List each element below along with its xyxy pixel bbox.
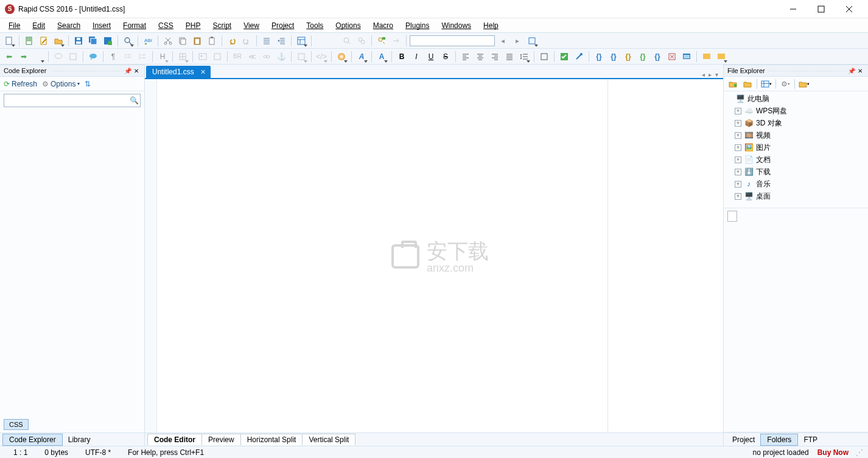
- tag-button[interactable]: </>: [315, 50, 328, 63]
- menu-windows[interactable]: Windows: [436, 20, 476, 31]
- tree-node[interactable]: +🖥️桌面: [726, 190, 866, 202]
- bottom-tab-project[interactable]: Project: [726, 434, 761, 445]
- menu-format[interactable]: Format: [118, 20, 151, 31]
- tree-node[interactable]: +📦3D 对象: [726, 117, 866, 129]
- new-doc-button[interactable]: [23, 34, 36, 48]
- entity-button[interactable]: ≪: [245, 50, 259, 63]
- bottom-tab-folders[interactable]: Folders: [760, 434, 798, 446]
- list-ul-button[interactable]: [121, 50, 135, 63]
- align-left-button[interactable]: [459, 50, 472, 63]
- text-style-button[interactable]: A: [375, 50, 388, 63]
- search-options-button[interactable]: [525, 34, 539, 48]
- edit-doc-button[interactable]: [37, 34, 51, 48]
- save-as-button[interactable]: [101, 34, 114, 48]
- menu-search[interactable]: Search: [52, 20, 85, 31]
- line-height-button[interactable]: [517, 50, 531, 63]
- save-button[interactable]: [72, 34, 85, 48]
- paragraph-button[interactable]: ¶: [107, 50, 120, 63]
- tree-node[interactable]: +🎞️视频: [726, 129, 866, 141]
- bold-button[interactable]: B: [395, 50, 408, 63]
- search-input[interactable]: [4, 96, 128, 105]
- expand-icon[interactable]: +: [735, 157, 741, 163]
- menu-project[interactable]: Project: [267, 20, 299, 31]
- zoom-button[interactable]: [121, 34, 135, 48]
- find-button[interactable]: [340, 34, 354, 48]
- flag-2-button[interactable]: [715, 50, 728, 63]
- copy-button[interactable]: [176, 34, 189, 48]
- align-center-button[interactable]: [474, 50, 487, 63]
- bottom-tab-code-editor[interactable]: Code Editor: [147, 434, 202, 445]
- menu-php[interactable]: PHP: [181, 20, 206, 31]
- menu-plugins[interactable]: Plugins: [401, 20, 434, 31]
- tab-close-icon[interactable]: ✕: [200, 68, 206, 76]
- tree-node[interactable]: +🖼️图片: [726, 141, 866, 153]
- menu-script[interactable]: Script: [208, 20, 236, 31]
- expand-icon[interactable]: +: [735, 169, 741, 175]
- undo-button[interactable]: [225, 34, 239, 48]
- fullscreen-button[interactable]: [66, 50, 80, 63]
- expand-icon[interactable]: +: [735, 132, 741, 139]
- bottom-tab-vsplit[interactable]: Vertical Split: [302, 434, 355, 445]
- expand-icon[interactable]: +: [735, 120, 741, 127]
- paste-button[interactable]: [191, 34, 204, 48]
- minimize-button[interactable]: [779, 0, 807, 18]
- tree-node[interactable]: +☁️WPS网盘: [726, 105, 866, 117]
- tab-menu-icon[interactable]: ▾: [715, 71, 718, 78]
- anchor-button[interactable]: ⚓: [275, 50, 288, 63]
- menu-macro[interactable]: Macro: [368, 20, 398, 31]
- brace-1-button[interactable]: {}: [592, 50, 606, 63]
- align-justify-button[interactable]: [503, 50, 516, 63]
- menu-file[interactable]: File: [4, 20, 25, 31]
- bottom-tab-library[interactable]: Library: [62, 434, 97, 445]
- pin-icon[interactable]: 📌: [124, 68, 132, 74]
- code-explorer-search[interactable]: 🔍: [4, 94, 141, 107]
- tools-button[interactable]: [572, 50, 586, 63]
- search-icon[interactable]: 🔍: [128, 96, 140, 105]
- expand-icon[interactable]: +: [735, 144, 741, 151]
- replace-button[interactable]: [375, 34, 388, 48]
- redo-button[interactable]: [240, 34, 253, 48]
- heading-button[interactable]: H: [156, 50, 169, 63]
- resize-grip-icon[interactable]: ⋰: [856, 448, 863, 457]
- border-button[interactable]: [537, 50, 551, 63]
- bottom-tab-hsplit[interactable]: Horizontal Split: [240, 434, 303, 445]
- menu-edit[interactable]: Edit: [27, 20, 50, 31]
- buy-now-link[interactable]: Buy Now: [817, 448, 856, 457]
- image-button[interactable]: [196, 50, 209, 63]
- tree-node[interactable]: +📄文档: [726, 153, 866, 166]
- tree-node[interactable]: +🖥️此电脑: [726, 93, 866, 105]
- folder-menu-button[interactable]: ▾: [797, 78, 811, 90]
- options-button[interactable]: ⚙Options ▾: [42, 80, 80, 88]
- document-tab-1[interactable]: Untitled1.css ✕: [146, 66, 211, 78]
- close-panel-icon[interactable]: ✕: [856, 68, 864, 74]
- search-next-button[interactable]: ▸: [511, 34, 524, 48]
- form-button[interactable]: [295, 50, 308, 63]
- strike-button[interactable]: S: [439, 50, 452, 63]
- new-folder-button[interactable]: [726, 78, 740, 90]
- tree-node[interactable]: +♪音乐: [726, 178, 866, 190]
- layout-button[interactable]: [295, 34, 308, 48]
- nav-dropdown-button[interactable]: [32, 50, 45, 63]
- search-combo[interactable]: [410, 35, 495, 46]
- bottom-tab-preview[interactable]: Preview: [201, 434, 241, 445]
- brace-3-button[interactable]: {}: [621, 50, 635, 63]
- chat-button[interactable]: [86, 50, 100, 63]
- code-editor[interactable]: 安下载 anxz.com: [145, 79, 723, 432]
- spellcheck-button[interactable]: ABC: [141, 34, 155, 48]
- nav-forward-button[interactable]: ➡: [17, 50, 30, 63]
- color-picker-button[interactable]: [335, 50, 348, 63]
- menu-options[interactable]: Options: [331, 20, 365, 31]
- media-button[interactable]: [211, 50, 224, 63]
- sort-button[interactable]: ⇅: [85, 80, 91, 88]
- flag-1-button[interactable]: [700, 50, 713, 63]
- menu-css[interactable]: CSS: [153, 20, 178, 31]
- view-button[interactable]: ▾: [760, 78, 773, 90]
- menu-insert[interactable]: Insert: [88, 20, 116, 31]
- refresh-button[interactable]: ⟳Refresh: [4, 80, 37, 88]
- cut-button[interactable]: [161, 34, 175, 48]
- save-all-button[interactable]: [86, 34, 100, 48]
- break-button[interactable]: BR: [231, 50, 244, 63]
- nav-back-button[interactable]: ⬅: [2, 50, 16, 63]
- font-button[interactable]: A: [355, 50, 368, 63]
- comment-button[interactable]: [52, 50, 65, 63]
